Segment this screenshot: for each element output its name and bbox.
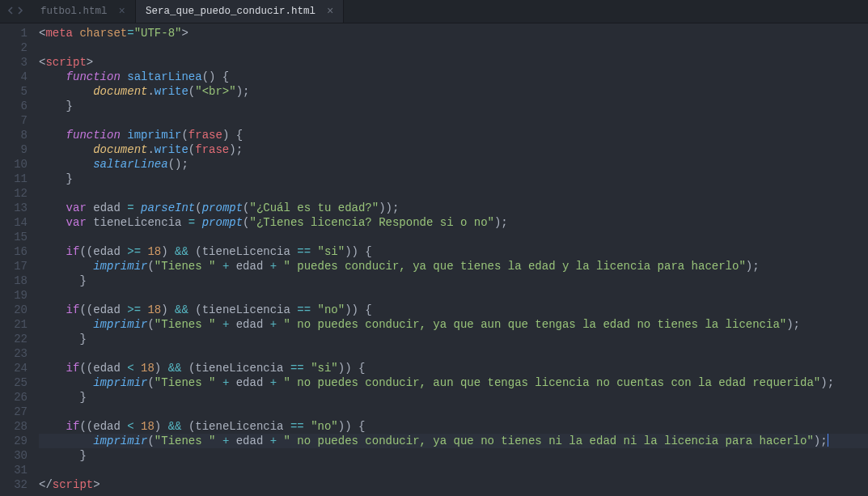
code-line: document.write(frase);: [39, 142, 868, 157]
code-line: [39, 230, 868, 244]
line-number: 14: [0, 215, 28, 230]
editor-area[interactable]: 1234567891011121314151617181920212223242…: [0, 23, 868, 496]
code-line: function imprimir(frase) {: [39, 128, 868, 142]
line-number: 5: [0, 84, 28, 99]
code-line: }: [39, 273, 868, 288]
line-number: 3: [0, 55, 28, 70]
line-number: 13: [0, 201, 28, 215]
tab-futbol[interactable]: futbol.html ×: [31, 0, 136, 23]
code-line: imprimir("Tienes " + edad + " no puedes …: [39, 375, 868, 390]
tab-bar: futbol.html × Sera_que_puedo_conducir.ht…: [0, 0, 868, 23]
line-number: 17: [0, 259, 28, 273]
line-number: 28: [0, 419, 28, 434]
code-line: [39, 113, 868, 128]
line-number: 23: [0, 346, 28, 361]
line-number: 9: [0, 142, 28, 157]
code-line: }: [39, 332, 868, 346]
code-line: }: [39, 448, 868, 463]
code-line: if((edad < 18) && (tieneLicencia == "no"…: [39, 419, 868, 434]
code-line: <meta charset="UTF-8">: [39, 26, 868, 40]
line-number: 30: [0, 448, 28, 463]
line-number: 31: [0, 463, 28, 477]
close-icon[interactable]: ×: [119, 6, 125, 17]
line-number: 29: [0, 434, 28, 448]
tab-sera-que-puedo-conducir[interactable]: Sera_que_puedo_conducir.html ×: [136, 0, 344, 23]
line-number: 18: [0, 273, 28, 288]
text-cursor: [828, 434, 828, 447]
code-line: }: [39, 390, 868, 405]
code-line: imprimir("Tienes " + edad + " no puedes …: [39, 317, 868, 332]
code-line: [39, 186, 868, 201]
line-number: 27: [0, 405, 28, 419]
line-number: 16: [0, 244, 28, 259]
code-line: document.write("<br>");: [39, 84, 868, 99]
line-number: 15: [0, 230, 28, 244]
code-line: if((edad >= 18) && (tieneLicencia == "si…: [39, 244, 868, 259]
close-icon[interactable]: ×: [327, 6, 333, 17]
line-number: 24: [0, 361, 28, 375]
line-number: 1: [0, 26, 28, 40]
code-line: function saltarLinea() {: [39, 70, 868, 84]
code-line: saltarLinea();: [39, 157, 868, 172]
line-number: 32: [0, 477, 28, 492]
code-line: imprimir("Tienes " + edad + " puedes con…: [39, 259, 868, 273]
code-line: var edad = parseInt(prompt("¿Cuál es tu …: [39, 201, 868, 215]
code-line: }: [39, 99, 868, 113]
line-number: 4: [0, 70, 28, 84]
code-line: [39, 463, 868, 477]
tab-label: futbol.html: [40, 6, 108, 17]
tab-label: Sera_que_puedo_conducir.html: [146, 6, 315, 17]
code-line: </script>: [39, 477, 868, 492]
code-line: if((edad < 18) && (tieneLicencia == "si"…: [39, 361, 868, 375]
line-number: 12: [0, 186, 28, 201]
line-number: 21: [0, 317, 28, 332]
line-number: 22: [0, 332, 28, 346]
line-number: 8: [0, 128, 28, 142]
code-line: if((edad >= 18) && (tieneLicencia == "no…: [39, 303, 868, 317]
line-number: 26: [0, 390, 28, 405]
nav-forward-icon[interactable]: [16, 5, 24, 18]
nav-arrows: [0, 5, 31, 18]
line-number: 6: [0, 99, 28, 113]
line-number: 7: [0, 113, 28, 128]
code-line: [39, 405, 868, 419]
line-number-gutter: 1234567891011121314151617181920212223242…: [0, 23, 39, 496]
code-line: <script>: [39, 55, 868, 70]
line-number: 19: [0, 288, 28, 303]
code-line: [39, 346, 868, 361]
code-line: var tieneLicencia = prompt("¿Tienes lice…: [39, 215, 868, 230]
nav-back-icon[interactable]: [6, 5, 15, 18]
line-number: 11: [0, 172, 28, 186]
line-number: 10: [0, 157, 28, 172]
code-line: [39, 288, 868, 303]
code-line: [39, 40, 868, 55]
code-line: }: [39, 172, 868, 186]
code-content[interactable]: <meta charset="UTF-8"> <script> function…: [39, 23, 868, 496]
code-line: imprimir("Tienes " + edad + " no puedes …: [39, 434, 868, 448]
line-number: 25: [0, 375, 28, 390]
line-number: 2: [0, 40, 28, 55]
line-number: 20: [0, 303, 28, 317]
